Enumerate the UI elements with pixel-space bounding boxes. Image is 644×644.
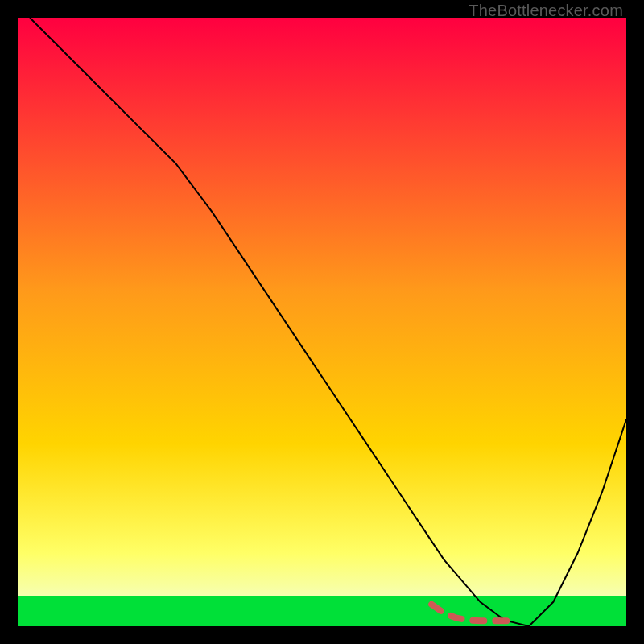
chart-frame: [18, 18, 626, 626]
chart-background: [18, 18, 626, 626]
chart-svg: [18, 18, 626, 626]
